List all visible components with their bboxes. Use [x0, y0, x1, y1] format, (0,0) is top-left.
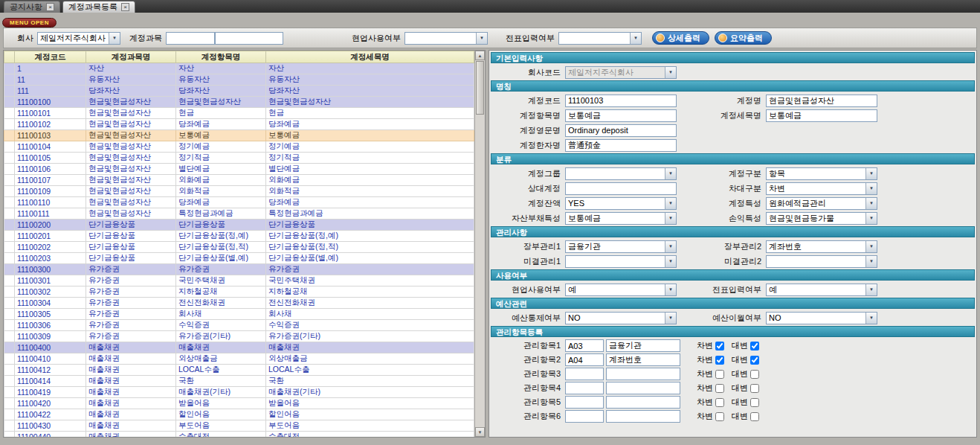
row-selector[interactable]	[4, 320, 15, 331]
company-code-select[interactable]: 제일저지주식회사 ▼	[565, 66, 677, 79]
open2-select[interactable]: ▼	[766, 255, 877, 268]
debit-checkbox[interactable]	[715, 384, 724, 393]
close-icon[interactable]: ×	[121, 3, 129, 11]
table-row[interactable]: 11100422매출채권할인어음할인어음	[4, 409, 474, 420]
budget-carry-select[interactable]: NO ▼	[766, 312, 877, 324]
account-code-input[interactable]	[166, 32, 215, 45]
row-selector[interactable]	[4, 275, 15, 286]
row-selector[interactable]	[4, 197, 15, 208]
credit-checkbox[interactable]	[750, 398, 759, 407]
field-use-select[interactable]: ▼	[404, 32, 488, 45]
row-selector[interactable]	[4, 342, 15, 353]
row-selector[interactable]	[4, 141, 15, 153]
table-row[interactable]: 11100304유가증권전신전화채권전신전화채권	[4, 298, 474, 309]
table-row[interactable]: 11100202단기금융상품단기금융상품(정,적)단기금융상품(정,적)	[4, 242, 474, 253]
budget-control-select[interactable]: NO ▼	[565, 312, 677, 324]
debit-checkbox[interactable]	[715, 398, 724, 407]
mgmt-code-input[interactable]	[565, 353, 604, 366]
row-selector[interactable]	[4, 309, 15, 320]
row-selector[interactable]	[4, 63, 15, 74]
row-selector[interactable]	[4, 353, 15, 365]
row-selector[interactable]	[4, 398, 15, 409]
row-selector[interactable]	[4, 432, 15, 438]
scrollbar-track[interactable]	[475, 115, 485, 427]
row-selector[interactable]	[4, 264, 15, 275]
table-row[interactable]: 11100201단기금융상품단기금융상품(정,예)단기금융상품(정,예)	[4, 231, 474, 242]
credit-checkbox[interactable]	[750, 384, 759, 393]
row-selector[interactable]	[4, 208, 15, 220]
mgmt-code-input[interactable]	[565, 368, 604, 380]
debit-checkbox[interactable]	[715, 412, 724, 421]
balance-select[interactable]: YES ▼	[565, 197, 677, 210]
drcr-select[interactable]: 차변 ▼	[766, 182, 877, 195]
row-selector[interactable]	[4, 97, 15, 108]
table-row[interactable]: 11유동자산유동자산유동자산	[4, 74, 474, 86]
row-selector[interactable]	[4, 376, 15, 387]
row-selector[interactable]	[4, 175, 15, 186]
eng-name-input[interactable]	[565, 124, 677, 137]
tab-notice[interactable]: 공지사항 ×	[4, 1, 60, 13]
table-row[interactable]: 11100102현금및현금성자산당좌예금당좌예금	[4, 119, 474, 130]
table-row[interactable]: 11100200단기금융상품단기금융상품단기금융상품	[4, 220, 474, 231]
book1-select[interactable]: 금융기관 ▼	[565, 240, 677, 253]
slip-use-select[interactable]: 예 ▼	[766, 284, 877, 296]
detail-print-button[interactable]: 상세출력	[652, 31, 709, 45]
table-row[interactable]: 11100440매출채권수출대전수출대전	[4, 432, 474, 438]
mgmt-name-input[interactable]	[606, 410, 680, 423]
table-row[interactable]: 11100109현금및현금성자산외화적금외화적금	[4, 186, 474, 197]
debit-checkbox[interactable]	[715, 342, 724, 350]
row-selector[interactable]	[4, 331, 15, 342]
debit-checkbox[interactable]	[715, 370, 724, 379]
scrollbar-thumb[interactable]	[476, 61, 484, 115]
table-row[interactable]: 11100306유가증권수익증권수익증권	[4, 320, 474, 331]
scroll-up-icon[interactable]: ▲	[475, 51, 485, 60]
mgmt-name-input[interactable]	[606, 396, 680, 409]
table-row[interactable]: 11100203단기금융상품단기금융상품(별,예)단기금융상품(별,예)	[4, 253, 474, 264]
table-row[interactable]: 11100309유가증권유가증권(기타)유가증권(기타)	[4, 331, 474, 342]
table-row[interactable]: 11100410매출채권외상매출금외상매출금	[4, 353, 474, 365]
summary-print-button[interactable]: 요약출력	[715, 31, 772, 45]
detail-name-input[interactable]	[766, 109, 877, 122]
mgmt-code-input[interactable]	[565, 382, 604, 394]
table-row[interactable]: 11100400매출채권매출채권매출채권	[4, 342, 474, 353]
table-row[interactable]: 11100300유가증권유가증권유가증권	[4, 264, 474, 275]
table-row[interactable]: 11100106현금및현금성자산별단예금별단예금	[4, 164, 474, 175]
row-selector[interactable]	[4, 298, 15, 309]
row-selector[interactable]	[4, 119, 15, 130]
row-selector[interactable]	[4, 153, 15, 164]
table-row[interactable]: 11100101현금및현금성자산현금현금	[4, 108, 474, 119]
mgmt-name-input[interactable]	[606, 368, 680, 380]
credit-checkbox[interactable]	[750, 342, 759, 350]
account-group-select[interactable]: ▼	[565, 167, 677, 180]
credit-checkbox[interactable]	[750, 412, 759, 421]
row-selector[interactable]	[4, 409, 15, 420]
slip-input-select[interactable]: ▼	[558, 32, 642, 45]
field-use-detail-select[interactable]: 예 ▼	[565, 284, 677, 296]
table-row[interactable]: 11100412매출채권LOCAL수출LOCAL수출	[4, 365, 474, 376]
table-row[interactable]: 11100420매출채권받을어음받을어음	[4, 398, 474, 409]
scroll-down-icon[interactable]: ▼	[475, 427, 485, 437]
table-row[interactable]: 11100107현금및현금성자산외화예금외화예금	[4, 175, 474, 186]
row-selector[interactable]	[4, 253, 15, 264]
row-selector[interactable]	[4, 130, 15, 141]
book2-select[interactable]: 계좌번호 ▼	[766, 240, 877, 253]
row-selector[interactable]	[4, 365, 15, 376]
mgmt-code-input[interactable]	[565, 339, 604, 352]
menu-open-button[interactable]: MENU OPEN	[2, 18, 57, 28]
table-row[interactable]: 11100110현금및현금성자산당좌예금당좌예금	[4, 197, 474, 208]
acct-code-input[interactable]	[565, 95, 677, 107]
row-selector[interactable]	[4, 242, 15, 253]
table-row[interactable]: 11100302유가증권지하철공채지하철공채	[4, 286, 474, 298]
close-icon[interactable]: ×	[46, 3, 54, 11]
mgmt-code-input[interactable]	[565, 396, 604, 409]
row-selector[interactable]	[4, 86, 15, 97]
company-select[interactable]: 제일저지주식회사 ▼	[37, 32, 120, 45]
row-selector[interactable]	[4, 164, 15, 175]
account-division-select[interactable]: 항목 ▼	[766, 167, 877, 180]
pl-trait-select[interactable]: 현금및현금등가물 ▼	[766, 212, 877, 225]
row-selector[interactable]	[4, 387, 15, 398]
item-name-input[interactable]	[565, 109, 677, 122]
table-row[interactable]: 11100305유가증권회사채회사채	[4, 309, 474, 320]
row-selector[interactable]	[4, 231, 15, 242]
row-selector[interactable]	[4, 74, 15, 86]
